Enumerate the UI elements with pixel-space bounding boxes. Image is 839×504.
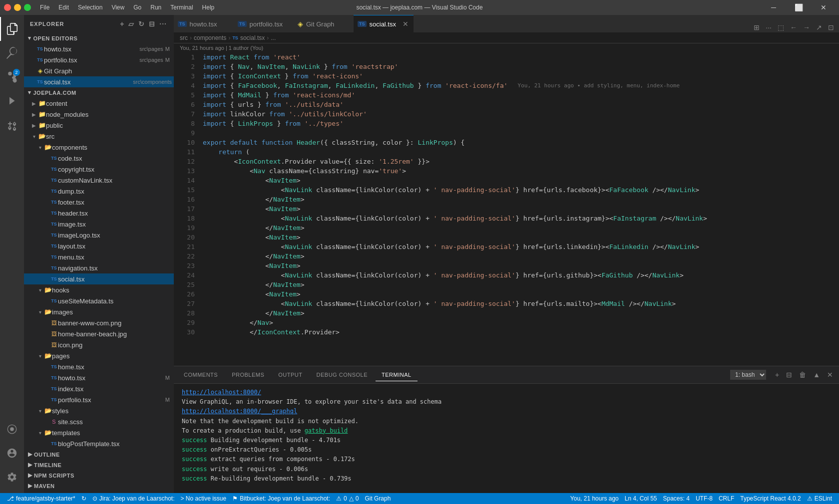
customize-layout-icon[interactable]: ⊡	[827, 22, 835, 32]
code-line[interactable]: import { MdMail } from 'react-icons/md'	[203, 90, 839, 100]
code-line[interactable]: </IconContext.Provider>	[203, 327, 839, 337]
code-line[interactable]: import linkColor from '../utils/linkColo…	[203, 109, 839, 119]
branch-status[interactable]: ⎇ feature/gatsby-starter*	[4, 493, 78, 504]
code-line[interactable]: <NavLink className={linkColor(color) + '…	[203, 214, 839, 223]
tree-item[interactable]: TS navigation.tsx	[24, 262, 174, 273]
code-line[interactable]: </NavItem>	[203, 223, 839, 233]
code-line[interactable]: import { Nav, NavItem, NavLink } from 'r…	[203, 62, 839, 71]
project-header[interactable]: ▾ JOEPLAA.COM	[24, 87, 174, 98]
maven-header[interactable]: ▶ MAVEN	[24, 481, 174, 491]
code-line[interactable]: import { LinkProps } from '../types'	[203, 119, 839, 128]
tab-git-graph[interactable]: ◈ Git Graph	[294, 15, 354, 32]
menu-go[interactable]: Go	[129, 2, 145, 13]
npm-scripts-header[interactable]: ▶ NPM SCRIPTS	[24, 470, 174, 481]
restore-button[interactable]: ⬜	[787, 0, 810, 15]
tree-item[interactable]: 🖼 banner-www-com.png	[24, 317, 174, 328]
tab-portfolio[interactable]: TS portfolio.tsx	[234, 15, 294, 32]
split-terminal-icon[interactable]: ⊟	[784, 370, 794, 380]
tree-item[interactable]: TS code.tsx	[24, 153, 174, 164]
tree-item[interactable]: TS home.tsx	[24, 361, 174, 372]
code-line[interactable]: <Nav className={classString} nav='true'>	[203, 166, 839, 176]
tree-item[interactable]: TS image.tsx	[24, 219, 174, 230]
code-line[interactable]: <IconContext.Provider value={{ size: '1.…	[203, 157, 839, 166]
tree-item[interactable]: TS footer.tsx	[24, 197, 174, 208]
tree-item[interactable]: TS copyright.tsx	[24, 164, 174, 175]
tree-item[interactable]: TS customNavLink.tsx	[24, 175, 174, 186]
maximize-panel-icon[interactable]: ▲	[811, 370, 822, 380]
breadcrumb-more[interactable]: ...	[271, 34, 276, 41]
code-line[interactable]: import { IconContext } from 'react-icons…	[203, 71, 839, 81]
panel-tab-debug[interactable]: DEBUG CONSOLE	[311, 369, 374, 381]
open-editor-item[interactable]: TS howto.tsx src\pages M	[24, 43, 174, 54]
open-editor-item[interactable]: TS social.tsx src\components	[24, 76, 174, 87]
tree-item[interactable]: TS layout.tsx	[24, 241, 174, 252]
settings-activity-icon[interactable]	[0, 465, 24, 489]
panel-tab-output[interactable]: OUTPUT	[272, 369, 308, 381]
encoding-status[interactable]: UTF-8	[693, 493, 716, 504]
menu-run[interactable]: Run	[146, 2, 165, 13]
menu-file[interactable]: File	[36, 2, 53, 13]
code-line[interactable]: <NavLink className={linkColor(color) + '…	[203, 242, 839, 252]
code-line[interactable]: export default function Header({ classSt…	[203, 138, 839, 147]
language-status[interactable]: TypeScript React 4.0.2	[737, 493, 804, 504]
jira-status[interactable]: ⊙ Jira: Joep van de Laarschot:	[89, 493, 178, 504]
minimize-button[interactable]: ─	[762, 0, 785, 15]
panel-tab-terminal[interactable]: TERMINAL	[376, 369, 418, 381]
kill-terminal-icon[interactable]: 🗑	[797, 370, 808, 380]
macos-maximize[interactable]	[24, 4, 31, 11]
code-line[interactable]: <NavLink className={linkColor(color) + '…	[203, 270, 839, 280]
code-line[interactable]: <NavLink className={linkColor(color) + '…	[203, 299, 839, 308]
code-line[interactable]: import { urls } from '../utils/data'	[203, 100, 839, 109]
cursor-position[interactable]: Ln 4, Col 55	[622, 493, 660, 504]
tree-item[interactable]: ▾ 📂 hooks	[24, 284, 174, 295]
run-activity-icon[interactable]	[0, 89, 24, 113]
source-control-activity-icon[interactable]: 2	[0, 65, 24, 89]
editor-main[interactable]: 1234567891011121314151617181920212223242…	[174, 52, 839, 366]
terminal-content[interactable]: http://localhost:8000/View GraphiQL, an …	[174, 384, 839, 493]
tab-social[interactable]: TS social.tsx ✕	[354, 15, 414, 32]
tree-item[interactable]: TS index.tsx	[24, 383, 174, 394]
tree-item[interactable]: ▾ 📂 styles	[24, 405, 174, 416]
new-folder-icon[interactable]: ▱	[127, 19, 135, 29]
menu-edit[interactable]: Edit	[54, 2, 73, 13]
new-file-icon[interactable]: +	[119, 19, 125, 29]
code-line[interactable]: import React from 'react'	[203, 52, 839, 62]
panel-tab-comments[interactable]: COMMENTS	[178, 369, 224, 381]
tree-item[interactable]: ▾ 📂 templates	[24, 427, 174, 438]
spaces-status[interactable]: Spaces: 4	[660, 493, 693, 504]
tree-item[interactable]: TS header.tsx	[24, 208, 174, 219]
menu-view[interactable]: View	[107, 2, 128, 13]
eslint-status[interactable]: ⚠ ESLint	[804, 493, 835, 504]
open-editor-item[interactable]: TS portfolio.tsx src\pages M	[24, 54, 174, 65]
explorer-activity-icon[interactable]	[0, 17, 24, 41]
code-line[interactable]: </NavItem>	[203, 195, 839, 204]
git-graph-status[interactable]: Git Graph	[362, 493, 394, 504]
tree-item[interactable]: ▾ 📂 images	[24, 306, 174, 317]
code-line[interactable]: <NavItem>	[203, 289, 839, 299]
search-activity-icon[interactable]	[0, 41, 24, 65]
terminal-url[interactable]: http://localhost:8000/___graphql	[182, 408, 297, 415]
close-panel-icon[interactable]: ✕	[825, 370, 835, 380]
tree-item[interactable]: S site.scss	[24, 416, 174, 427]
outline-header[interactable]: ▶ OUTLINE	[24, 449, 174, 460]
tree-item[interactable]: ▶ 📁 content	[24, 98, 174, 109]
tree-item[interactable]: TS imageLogo.tsx	[24, 230, 174, 241]
accounts-activity-icon[interactable]	[0, 441, 24, 465]
tree-item[interactable]: ▶ 📁 public	[24, 120, 174, 131]
timeline-header[interactable]: ▶ TIMELINE	[24, 460, 174, 470]
panel-tab-problems[interactable]: PROBLEMS	[226, 369, 270, 381]
code-line[interactable]: <NavLink className={linkColor(color) + '…	[203, 185, 839, 195]
open-editor-item[interactable]: ◈ Git Graph	[24, 65, 174, 76]
code-line[interactable]: <NavItem>	[203, 233, 839, 242]
terminal-link[interactable]: gatsby build	[305, 427, 348, 434]
line-ending-status[interactable]: CRLF	[716, 493, 737, 504]
menu-terminal[interactable]: Terminal	[166, 2, 197, 13]
tab-nav-back-icon[interactable]: ←	[789, 22, 798, 32]
code-line[interactable]: import { FaFacebook, FaInstagram, FaLink…	[203, 81, 839, 90]
code-line[interactable]: </NavItem>	[203, 252, 839, 261]
code-line[interactable]: <NavItem>	[203, 261, 839, 270]
code-line[interactable]: return (	[203, 147, 839, 157]
tree-item[interactable]: TS social.tsx	[24, 273, 174, 284]
breadcrumb-components[interactable]: components	[194, 34, 226, 41]
blame-status[interactable]: You, 21 hours ago	[567, 493, 622, 504]
